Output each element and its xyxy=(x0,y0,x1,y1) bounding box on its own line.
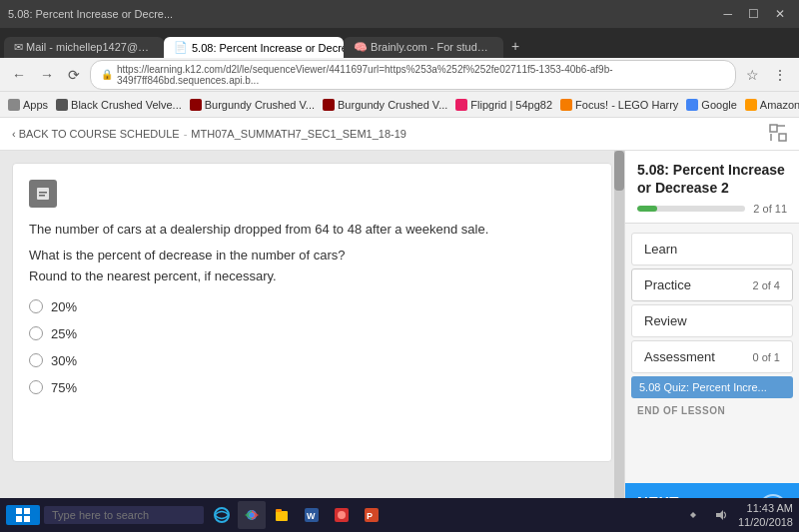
taskbar-apps: W P xyxy=(208,501,386,529)
more-icon[interactable]: ⋮ xyxy=(769,65,791,85)
bookmark-apps[interactable]: Apps xyxy=(8,99,48,111)
progress-text: 2 of 11 xyxy=(753,203,787,215)
address-box[interactable]: 🔒 https://learning.k12.com/d2l/le/sequen… xyxy=(90,60,736,90)
svg-rect-5 xyxy=(39,192,47,194)
progress-bar-bg xyxy=(637,206,745,212)
tab-k12[interactable]: 📄 5.08: Percent Increase or Decre... ✕ xyxy=(164,37,344,58)
tab-brainly-label: Brainly.com - For students. By st... xyxy=(371,41,503,53)
taskbar-clock: 11:43 AM 11/20/2018 xyxy=(738,501,793,530)
content-area: The number of cars at a dealership dropp… xyxy=(0,151,799,532)
breadcrumb-path: MTH07A_SUMMATH7_SEC1_SEM1_18-19 xyxy=(191,128,406,140)
new-tab-button[interactable]: + xyxy=(503,34,527,58)
svg-rect-15 xyxy=(276,511,288,521)
restore-icon[interactable]: ☐ xyxy=(742,5,765,23)
breadcrumb-separator: - xyxy=(184,128,188,140)
radio-option-3[interactable] xyxy=(29,353,43,367)
tab-label-1: 5.08: Percent Increase or Decre... xyxy=(8,8,173,20)
tab-bar: ✉ Mail - michellep1427@wyva.org 📄 5.08: … xyxy=(0,28,799,58)
question-text-2: What is the percent of decrease in the n… xyxy=(29,248,595,263)
sidebar-nav-review[interactable]: Review xyxy=(631,304,793,337)
bookmark-apps-label: Apps xyxy=(23,99,48,111)
option-row-1[interactable]: 20% xyxy=(29,299,595,314)
taskbar-search-input[interactable] xyxy=(44,506,204,524)
breadcrumb-back-button[interactable]: ‹ BACK TO COURSE SCHEDULE xyxy=(12,128,180,140)
sidebar-nav: Learn Practice 2 of 4 Review Assessment … xyxy=(625,224,799,483)
nav-review-label: Review xyxy=(644,313,687,328)
reload-button[interactable]: ⟳ xyxy=(64,65,84,85)
option-label-3: 30% xyxy=(51,353,77,368)
tab-mail-label: Mail - michellep1427@wyva.org xyxy=(26,41,164,53)
svg-rect-0 xyxy=(770,125,777,132)
bookmark-amazon[interactable]: Amazon.com: Panic... xyxy=(745,99,799,111)
bookmark-flipgrid[interactable]: Flipgrid | 54pg82 xyxy=(455,99,552,111)
taskbar-app-photos[interactable] xyxy=(328,501,356,529)
star-icon[interactable]: ☆ xyxy=(742,65,763,85)
tab-mail[interactable]: ✉ Mail - michellep1427@wyva.org xyxy=(4,37,164,58)
nav-learn-label: Learn xyxy=(644,242,677,257)
taskbar-app-ie[interactable] xyxy=(208,501,236,529)
assessment-sub-label: 5.08 Quiz: Percent Incre... xyxy=(639,381,767,393)
scrollbar[interactable] xyxy=(614,151,624,532)
end-of-lesson-label: END OF LESSON xyxy=(625,401,799,420)
minimize-icon[interactable]: ─ xyxy=(717,5,738,23)
option-label-1: 20% xyxy=(51,299,77,314)
assessment-sub-item[interactable]: 5.08 Quiz: Percent Incre... xyxy=(631,376,793,398)
radio-option-2[interactable] xyxy=(29,326,43,340)
bookmark-icon-5 xyxy=(560,99,572,111)
svg-text:W: W xyxy=(307,511,316,521)
app-container: ‹ BACK TO COURSE SCHEDULE - MTH07A_SUMMA… xyxy=(0,118,799,532)
svg-rect-1 xyxy=(779,134,786,141)
back-button[interactable]: ← xyxy=(8,65,30,85)
browser-titlebar: 5.08: Percent Increase or Decre... ─ ☐ ✕ xyxy=(0,0,799,28)
chevron-left-icon: ‹ xyxy=(12,128,16,140)
clock-time: 11:43 AM xyxy=(738,501,793,515)
lock-icon: 🔒 xyxy=(101,69,113,80)
start-button[interactable] xyxy=(6,505,40,525)
nav-practice-label: Practice xyxy=(644,277,691,292)
breadcrumb-back-label: BACK TO COURSE SCHEDULE xyxy=(19,128,180,140)
expand-icon[interactable] xyxy=(769,124,787,144)
bookmark-black-crushed[interactable]: Black Crushed Velve... xyxy=(56,99,182,111)
sidebar-nav-practice[interactable]: Practice 2 of 4 xyxy=(631,268,793,301)
bookmark-label-2: Burgundy Crushed V... xyxy=(205,99,315,111)
option-row-3[interactable]: 30% xyxy=(29,353,595,368)
scrollbar-thumb[interactable] xyxy=(614,151,624,191)
option-row-2[interactable]: 25% xyxy=(29,326,595,341)
bookmark-burgundy2[interactable]: Burgundy Crushed V... xyxy=(323,99,447,111)
nav-assessment-label: Assessment xyxy=(644,349,715,364)
question-text-1: The number of cars at a dealership dropp… xyxy=(29,220,595,240)
svg-rect-10 xyxy=(24,516,30,522)
right-sidebar: 5.08: Percent Increase or Decrease 2 2 o… xyxy=(624,151,799,532)
tab-brainly[interactable]: 🧠 Brainly.com - For students. By st... xyxy=(344,37,503,58)
taskbar-app-files[interactable] xyxy=(268,501,296,529)
radio-option-1[interactable] xyxy=(29,299,43,313)
bookmark-icon-2 xyxy=(190,99,202,111)
bookmark-label-5: Focus! - LEGO Harry xyxy=(575,99,678,111)
progress-bar-container: 2 of 11 xyxy=(637,203,787,215)
clock-date: 11/20/2018 xyxy=(738,515,793,529)
sidebar-header: 5.08: Percent Increase or Decrease 2 2 o… xyxy=(625,151,799,224)
sidebar-nav-assessment[interactable]: Assessment 0 of 1 xyxy=(631,340,793,373)
bookmark-focus[interactable]: Focus! - LEGO Harry xyxy=(560,99,678,111)
nav-assessment-badge: 0 of 1 xyxy=(752,351,780,363)
bookmark-google[interactable]: Google xyxy=(686,99,736,111)
close-icon[interactable]: ✕ xyxy=(769,5,791,23)
volume-icon[interactable] xyxy=(710,504,732,526)
bookmark-burgundy1[interactable]: Burgundy Crushed V... xyxy=(190,99,315,111)
taskbar-app-chrome[interactable] xyxy=(238,501,266,529)
sidebar-nav-learn[interactable]: Learn xyxy=(631,233,793,266)
question-panel: The number of cars at a dealership dropp… xyxy=(0,151,624,532)
taskbar-app-word[interactable]: W xyxy=(298,501,326,529)
option-row-4[interactable]: 75% xyxy=(29,380,595,395)
bookmark-label-4: Flipgrid | 54pg82 xyxy=(470,99,552,111)
taskbar-app-powerpoint[interactable]: P xyxy=(358,501,386,529)
radio-option-4[interactable] xyxy=(29,380,43,394)
svg-rect-7 xyxy=(16,508,22,514)
bookmark-icon-4 xyxy=(455,99,467,111)
sidebar-title: 5.08: Percent Increase or Decrease 2 xyxy=(637,161,787,197)
taskbar-system-icons: 11:43 AM 11/20/2018 xyxy=(682,501,793,530)
svg-point-11 xyxy=(215,508,229,522)
window-controls: ─ ☐ ✕ xyxy=(717,5,791,23)
forward-button[interactable]: → xyxy=(36,65,58,85)
url-text: https://learning.k12.com/d2l/le/sequence… xyxy=(117,64,725,86)
